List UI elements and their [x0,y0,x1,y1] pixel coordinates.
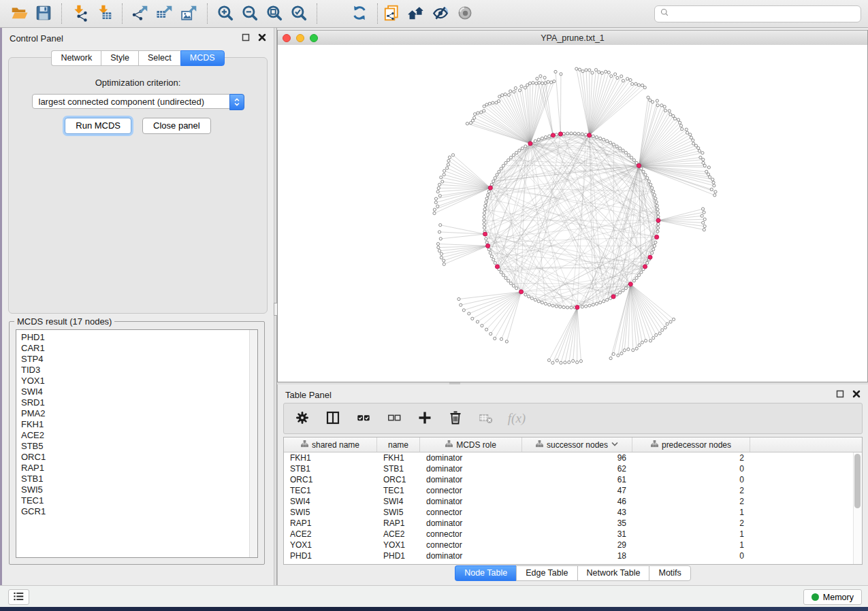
table-unselect-all-button[interactable] [385,409,404,428]
show-panels-button[interactable] [8,589,29,605]
toolbar-open-file-button[interactable] [7,3,31,24]
table-row[interactable]: ACE2ACE2connector311 [284,529,862,540]
toolbar-save-session-button[interactable] [31,3,56,24]
toolbar-export-network-button[interactable] [128,3,152,24]
mcds-result-item[interactable]: STB5 [16,441,257,452]
run-mcds-button[interactable]: Run MCDS [65,118,131,134]
mcds-node[interactable] [656,218,660,222]
mcds-result-item[interactable]: SWI4 [16,386,257,397]
tab-mcds[interactable]: MCDS [180,50,225,66]
column-header-successor-nodes[interactable]: successor nodes [522,437,632,452]
mcds-result-item[interactable]: TID3 [16,365,257,376]
mcds-node[interactable] [488,186,492,190]
mcds-node[interactable] [558,132,562,136]
column-header-shared-name[interactable]: shared name [284,437,377,452]
float-panel-icon[interactable] [242,33,250,44]
table-row[interactable]: STB1STB1dominator620 [284,463,862,474]
tab-edge-table[interactable]: Edge Table [516,565,577,581]
mcds-node[interactable] [528,142,532,146]
toolbar-refresh-button[interactable] [347,3,372,24]
mcds-node[interactable] [551,133,555,137]
table-row[interactable]: ORC1ORC1dominator610 [284,474,862,485]
graph-leaf-node [524,86,526,89]
mcds-result-item[interactable]: ACE2 [16,430,257,441]
mcds-node[interactable] [655,235,659,239]
mcds-result-item[interactable]: PHD1 [16,332,257,343]
table-row[interactable]: SWI5SWI5connector431 [284,507,862,518]
mcds-result-item[interactable]: CAR1 [16,343,257,354]
minimize-window-icon[interactable] [296,34,304,42]
table-scrollbar[interactable] [853,452,862,564]
mcds-result-item[interactable]: STB1 [16,474,257,484]
tab-select[interactable]: Select [138,50,180,66]
tab-motifs[interactable]: Motifs [649,565,690,581]
float-panel-icon[interactable] [836,390,844,400]
mcds-result-item[interactable]: SRD1 [16,397,257,408]
toolbar-hide-graphics-details-button[interactable] [428,3,453,24]
toolbar-zoom-in-button[interactable] [213,3,238,24]
mcds-node[interactable] [637,163,641,167]
toolbar-clone-network-button[interactable] [379,3,404,24]
column-header-predecessor-nodes[interactable]: predecessor nodes [632,437,750,452]
toolbar-zoom-fit-button[interactable] [262,3,287,24]
mcds-node[interactable] [495,265,499,269]
toolbar-import-network-button[interactable] [67,3,92,24]
mcds-node[interactable] [628,282,632,286]
scrollbar-thumb[interactable] [854,454,861,508]
mcds-node[interactable] [648,255,652,259]
mcds-result-item[interactable]: PMA2 [16,408,257,419]
tab-network[interactable]: Network [51,50,101,66]
mcds-result-item[interactable]: SWI5 [16,484,257,495]
table-column-view-button[interactable] [323,409,342,428]
mcds-result-item[interactable]: STP4 [16,354,257,365]
table-row[interactable]: YOX1YOX1connector291 [284,540,862,550]
network-canvas[interactable] [278,45,867,381]
table-row[interactable]: SWI4SWI4dominator462 [284,496,862,507]
search-input[interactable] [673,8,856,19]
memory-button[interactable]: Memory [803,589,862,605]
toolbar-export-table-button[interactable] [152,3,177,24]
maximize-window-icon[interactable] [310,34,318,42]
mcds-result-item[interactable]: ORC1 [16,452,257,463]
mcds-node[interactable] [483,232,487,236]
tab-node-table[interactable]: Node Table [455,565,516,581]
tab-network-table[interactable]: Network Table [577,565,649,581]
table-row[interactable]: FKH1FKH1dominator962 [284,452,862,463]
tab-style[interactable]: Style [101,50,138,66]
toolbar-zoom-out-button[interactable] [238,3,262,24]
mcds-node[interactable] [575,306,579,310]
mcds-node[interactable] [588,133,592,137]
toolbar-zoom-selected-button[interactable] [287,3,311,24]
table-delete-column-button[interactable] [446,409,465,428]
toolbar-show-graphics-details-button[interactable] [453,3,477,24]
close-panel-icon[interactable] [258,33,266,44]
toolbar-export-image-button[interactable] [177,3,202,24]
toolbar-import-table-button[interactable] [92,3,116,24]
table-select-all-button[interactable] [354,409,373,428]
mcds-result-item[interactable]: TEC1 [16,495,257,506]
mcds-node[interactable] [643,265,647,269]
column-header-MCDS-role[interactable]: MCDS role [420,437,522,452]
table-row[interactable]: PHD1PHD1dominator180 [284,550,862,561]
mcds-result-item[interactable]: RAP1 [16,463,257,474]
table-cell: 43 [522,508,632,517]
table-row[interactable]: RAP1RAP1dominator352 [284,518,862,529]
graph-node [602,138,605,141]
mcds-result-item[interactable]: GCR1 [16,506,257,517]
result-list-scrollbar[interactable] [249,330,257,557]
mcds-node[interactable] [485,244,489,248]
mcds-node[interactable] [611,295,615,299]
column-header-name[interactable]: name [377,437,420,452]
mcds-node[interactable] [519,290,523,294]
close-panel-button[interactable]: Close panel [142,118,211,134]
toolbar-network-overview-button[interactable] [404,3,428,24]
close-panel-icon[interactable] [852,390,861,400]
table-row[interactable]: TEC1TEC1connector472 [284,485,862,496]
table-add-column-button[interactable] [415,409,434,428]
close-window-icon[interactable] [283,34,291,42]
criterion-select[interactable]: largest connected component (undirected) [32,94,244,109]
mcds-result-item[interactable]: YOX1 [16,376,257,386]
mcds-result-item[interactable]: FKH1 [16,419,257,430]
network-window-titlebar[interactable]: YPA_prune.txt_1 [278,30,867,46]
table-settings-button[interactable] [293,409,312,428]
